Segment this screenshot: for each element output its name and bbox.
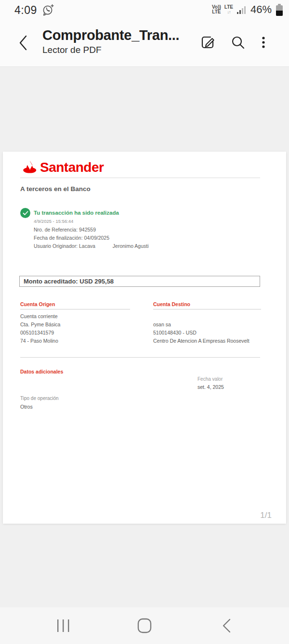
whatsapp-notification-icon: [41, 3, 55, 18]
credited-amount: Monto acreditado: USD 295,58: [20, 276, 260, 286]
nav-back-button[interactable]: [220, 618, 234, 635]
originator-name: Jeronimo Agusti: [113, 243, 149, 249]
search-button[interactable]: [228, 33, 248, 54]
origin-account-number: 005101341579: [20, 329, 130, 337]
destination-account-section: Cuenta Destino osan sa 5100148430 - USD …: [153, 301, 261, 345]
home-button[interactable]: [136, 618, 153, 635]
edit-annotate-button[interactable]: [198, 33, 218, 54]
top-chrome: 4:09 Vo)) LTE LTE ↓↑: [0, 0, 289, 67]
value-date: set. 4, 2025: [197, 384, 224, 390]
origin-account-branch: 74 - Paso Molino: [20, 337, 130, 345]
operation-type: Otros: [20, 404, 33, 410]
header-titles: Comprobante_Tran... Lector de PDF: [42, 27, 179, 55]
logo-divider: [20, 178, 260, 178]
originator-user: Usuario Originador: Lacava: [34, 243, 95, 249]
battery-icon: [276, 4, 283, 16]
originator-line: Usuario Originador: LacavaJeronimo Agust…: [34, 243, 149, 249]
back-button[interactable]: [17, 34, 30, 52]
credited-amount-box: Monto acreditado: USD 295,58: [19, 276, 260, 287]
operation-type-label: Tipo de operación: [20, 396, 59, 401]
phone-screen: 4:09 Vo)) LTE LTE ↓↑: [0, 0, 289, 644]
success-check-icon: [20, 208, 30, 218]
destination-account-number: 5100148430 - USD: [153, 329, 261, 337]
santander-flame-icon: [20, 160, 38, 175]
status-time: 4:09: [14, 4, 37, 17]
santander-wordmark: Santander: [40, 160, 104, 175]
page-indicator: 1/1: [260, 511, 272, 520]
finish-date: Fecha de finalización: 04/09/2025: [34, 235, 109, 241]
transaction-datetime: 4/9/2025 - 15:56:44: [34, 219, 73, 224]
android-nav-bar: [0, 607, 289, 644]
santander-logo: Santander: [20, 160, 104, 175]
origin-account-label: Cuenta Origen: [20, 301, 130, 309]
origin-account-section: Cuenta Origen Cuenta corriente Cta. Pyme…: [20, 301, 130, 345]
status-icons: Vo)) LTE LTE ↓↑ 46%: [212, 3, 283, 16]
reference-number: Nro. de Referencia: 942559: [34, 227, 96, 232]
volte-icon: Vo)) LTE: [212, 5, 221, 14]
pdf-page: Santander A terceros en el Banco Tu tran…: [3, 152, 286, 524]
destination-account-branch: Centro De Atencion A Empresas Roosevelt: [153, 337, 261, 345]
transfer-type-title: A terceros en el Banco: [20, 185, 91, 193]
origin-account-type: Cuenta corriente: [20, 312, 130, 321]
destination-account-label: Cuenta Destino: [153, 301, 261, 309]
signal-strength-icon: [236, 4, 247, 15]
app-name: Lector de PDF: [42, 45, 179, 55]
section-divider: [20, 357, 260, 358]
additional-data-label: Datos adicionales: [20, 369, 63, 374]
battery-percent: 46%: [250, 3, 272, 16]
recents-button[interactable]: [55, 618, 72, 635]
destination-account-holder: osan sa: [153, 321, 261, 329]
value-date-label: Fecha valor: [197, 376, 223, 382]
pdf-viewport[interactable]: Santander A terceros en el Banco Tu tran…: [0, 67, 289, 607]
transaction-status-message: Tu transacción ha sido realizada: [34, 210, 119, 216]
overflow-menu-button[interactable]: [260, 33, 267, 54]
origin-account-product: Cta. Pyme Básica: [20, 321, 130, 329]
lte-icon: LTE ↓↑: [224, 5, 233, 14]
document-title: Comprobante_Tran...: [42, 27, 179, 43]
